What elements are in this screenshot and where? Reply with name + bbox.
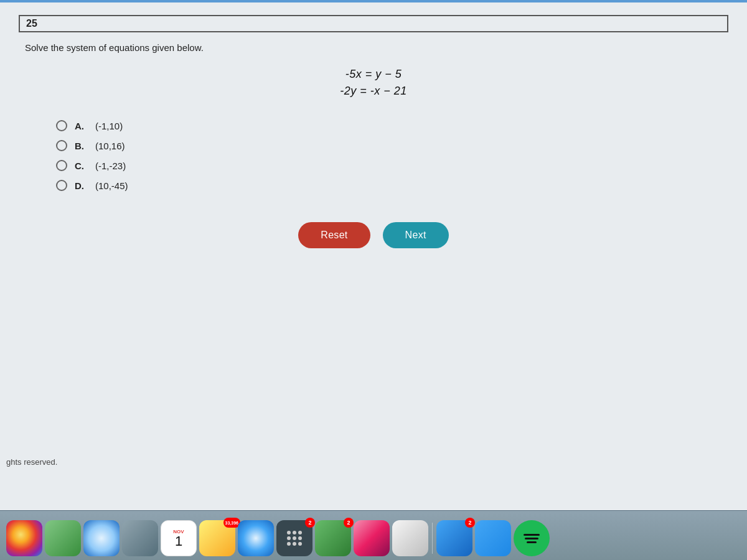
dot2 <box>293 531 296 534</box>
calendar-day: 1 <box>175 534 182 548</box>
choice-a-value: (-1,10) <box>95 121 123 131</box>
radio-b[interactable] <box>56 140 67 151</box>
question-number: 25 <box>19 15 728 32</box>
radio-d[interactable] <box>56 180 67 191</box>
question-prompt: Solve the system of equations given belo… <box>25 42 728 53</box>
choice-b[interactable]: B. (10,16) <box>56 140 728 151</box>
phone-badge: 2 <box>344 518 354 528</box>
choice-c[interactable]: C. (-1,-23) <box>56 160 728 171</box>
dock-divider <box>432 523 433 554</box>
choice-c-letter: C. <box>75 161 84 171</box>
dock-finder-app[interactable] <box>475 520 511 556</box>
action-buttons: Reset Next <box>19 222 728 248</box>
spotify-icon <box>524 534 540 543</box>
dot3 <box>298 531 302 534</box>
equation-1: -5x = y − 5 <box>19 68 728 81</box>
appstore-badge: 2 <box>465 518 475 528</box>
reset-button[interactable]: Reset <box>298 222 370 248</box>
dock-messages-app[interactable]: 2 <box>276 520 312 556</box>
dot1 <box>287 531 291 534</box>
dock-maps-app[interactable] <box>45 520 81 556</box>
dot9 <box>298 542 302 546</box>
equations-block: -5x = y − 5 -2y = -x − 21 <box>19 68 728 101</box>
dock-siri-app[interactable] <box>83 520 120 556</box>
spotify-line2 <box>525 538 538 539</box>
choice-d-value: (10,-45) <box>95 180 128 191</box>
messages-badge: 2 <box>305 518 315 528</box>
dock-facetime-app[interactable]: 2 <box>315 520 351 556</box>
dot8 <box>293 542 296 546</box>
dot7 <box>287 542 291 546</box>
choice-a-letter: A. <box>75 121 84 131</box>
dot6 <box>298 536 302 540</box>
dots-icon <box>287 531 302 546</box>
dock-launchpad-app[interactable] <box>122 520 158 556</box>
radio-a[interactable] <box>56 120 67 131</box>
macos-dock: NOV 1 33,396 2 2 2 <box>0 510 747 560</box>
equation-2: -2y = -x − 21 <box>19 85 728 98</box>
choice-d-letter: D. <box>75 180 84 191</box>
main-content-panel: 25 Solve the system of equations given b… <box>0 2 747 510</box>
radio-c[interactable] <box>56 160 67 171</box>
dock-activity-monitor-app[interactable] <box>392 520 428 556</box>
next-button[interactable]: Next <box>383 222 449 248</box>
dock-calendar-app[interactable]: NOV 1 <box>161 520 197 556</box>
dock-spotify-app[interactable] <box>514 520 550 556</box>
dot4 <box>287 536 291 540</box>
choice-b-value: (10,16) <box>95 141 125 151</box>
dot5 <box>293 536 296 540</box>
footer-copyright: ghts reserved. <box>6 457 57 467</box>
answer-choices: A. (-1,10) B. (10,16) C. (-1,-23) D. (10… <box>56 120 728 191</box>
choice-d[interactable]: D. (10,-45) <box>56 180 728 191</box>
dock-music-app[interactable] <box>354 520 390 556</box>
dock-appstore-app[interactable]: 2 <box>436 520 472 556</box>
choice-a[interactable]: A. (-1,10) <box>56 120 728 131</box>
spotify-line1 <box>524 534 540 536</box>
dock-safari-app[interactable] <box>238 520 274 556</box>
dock-photos-app[interactable] <box>6 520 42 556</box>
choice-c-value: (-1,-23) <box>95 161 126 171</box>
spotify-line3 <box>527 541 537 543</box>
choice-b-letter: B. <box>75 141 84 151</box>
dock-notes-app[interactable]: 33,396 <box>199 520 235 556</box>
